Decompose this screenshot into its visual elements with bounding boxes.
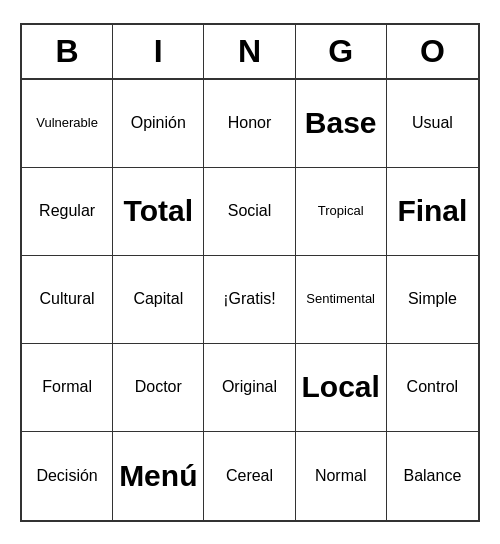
cell-text: Cereal (226, 466, 273, 485)
bingo-cell[interactable]: Local (296, 344, 387, 432)
bingo-cell[interactable]: Tropical (296, 168, 387, 256)
bingo-cell[interactable]: Balance (387, 432, 478, 520)
cell-text: Vulnerable (36, 115, 98, 131)
bingo-cell[interactable]: Simple (387, 256, 478, 344)
cell-text: Honor (228, 113, 272, 132)
bingo-cell[interactable]: Social (204, 168, 295, 256)
cell-text: Menú (119, 458, 197, 494)
cell-text: Formal (42, 377, 92, 396)
bingo-cell[interactable]: Vulnerable (22, 80, 113, 168)
bingo-cell[interactable]: Total (113, 168, 204, 256)
bingo-card: BINGO VulnerableOpiniónHonorBaseUsualReg… (20, 23, 480, 522)
bingo-cell[interactable]: Opinión (113, 80, 204, 168)
bingo-header: BINGO (22, 25, 478, 80)
bingo-cell[interactable]: Regular (22, 168, 113, 256)
cell-text: Decisión (36, 466, 97, 485)
bingo-cell[interactable]: Normal (296, 432, 387, 520)
bingo-cell[interactable]: Usual (387, 80, 478, 168)
cell-text: ¡Gratis! (223, 289, 275, 308)
bingo-cell[interactable]: Honor (204, 80, 295, 168)
bingo-cell[interactable]: Capital (113, 256, 204, 344)
cell-text: Balance (403, 466, 461, 485)
cell-text: Opinión (131, 113, 186, 132)
header-letter: G (296, 25, 387, 78)
cell-text: Normal (315, 466, 367, 485)
cell-text: Original (222, 377, 277, 396)
cell-text: Tropical (318, 203, 364, 219)
cell-text: Social (228, 201, 272, 220)
cell-text: Cultural (40, 289, 95, 308)
cell-text: Base (305, 105, 377, 141)
bingo-cell[interactable]: ¡Gratis! (204, 256, 295, 344)
cell-text: Control (407, 377, 459, 396)
cell-text: Usual (412, 113, 453, 132)
cell-text: Local (302, 369, 380, 405)
cell-text: Capital (133, 289, 183, 308)
cell-text: Final (397, 193, 467, 229)
bingo-cell[interactable]: Formal (22, 344, 113, 432)
bingo-cell[interactable]: Control (387, 344, 478, 432)
cell-text: Regular (39, 201, 95, 220)
header-letter: B (22, 25, 113, 78)
bingo-cell[interactable]: Cereal (204, 432, 295, 520)
cell-text: Sentimental (306, 291, 375, 307)
bingo-cell[interactable]: Original (204, 344, 295, 432)
bingo-grid: VulnerableOpiniónHonorBaseUsualRegularTo… (22, 80, 478, 520)
bingo-cell[interactable]: Menú (113, 432, 204, 520)
cell-text: Simple (408, 289, 457, 308)
cell-text: Doctor (135, 377, 182, 396)
bingo-cell[interactable]: Final (387, 168, 478, 256)
header-letter: O (387, 25, 478, 78)
bingo-cell[interactable]: Cultural (22, 256, 113, 344)
header-letter: I (113, 25, 204, 78)
header-letter: N (204, 25, 295, 78)
bingo-cell[interactable]: Doctor (113, 344, 204, 432)
bingo-cell[interactable]: Base (296, 80, 387, 168)
cell-text: Total (124, 193, 193, 229)
bingo-cell[interactable]: Sentimental (296, 256, 387, 344)
bingo-cell[interactable]: Decisión (22, 432, 113, 520)
